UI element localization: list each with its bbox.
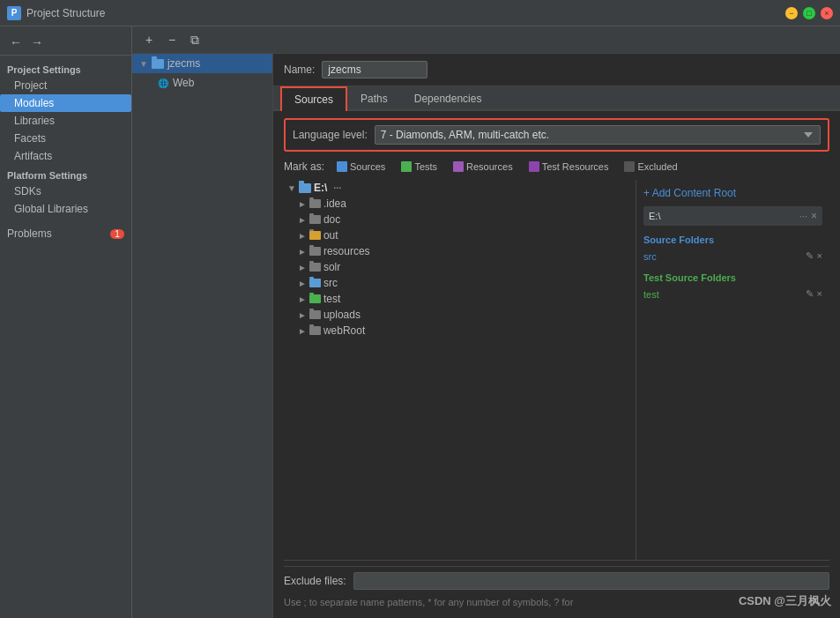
module-item-web[interactable]: 🌐 Web	[132, 73, 272, 93]
module-panel: ▼ jzecms 🌐 Web	[132, 54, 273, 618]
tab-paths[interactable]: Paths	[347, 86, 401, 111]
sidebar-item-project[interactable]: Project	[0, 77, 131, 94]
file-tree-area: ▼ E:\ ··· ► .idea	[284, 180, 829, 560]
src-folder-icon	[309, 279, 321, 287]
name-input[interactable]	[322, 61, 427, 78]
uploads-arrow-icon: ►	[298, 310, 307, 320]
mark-resources-button[interactable]: Resources	[450, 160, 517, 173]
tree-root-item[interactable]: ▼ E:\ ···	[284, 180, 636, 196]
add-module-button[interactable]: +	[139, 30, 159, 49]
root-path-blurred: ···	[333, 182, 341, 193]
idea-arrow-icon: ►	[298, 199, 307, 209]
nav-toolbar: ← →	[0, 30, 131, 56]
tree-arrow-icon: ▼	[139, 59, 148, 69]
tree-item-webroot[interactable]: ► webRoot	[284, 323, 636, 339]
test-folder-name: test	[323, 293, 340, 305]
test-folder-actions: ✎ ×	[806, 288, 822, 300]
resources-color-icon	[453, 161, 464, 172]
edit-test-folder-button[interactable]: ✎	[806, 288, 814, 300]
src-arrow-icon: ►	[298, 279, 307, 288]
webroot-arrow-icon: ►	[298, 326, 307, 336]
tab-sources[interactable]: Sources	[280, 86, 347, 111]
exclude-files-input[interactable]	[353, 572, 829, 590]
add-content-root-label: + Add Content Root	[643, 187, 736, 199]
sidebar-item-problems[interactable]: Problems 1	[0, 225, 131, 242]
solr-arrow-icon: ►	[298, 263, 307, 272]
uploads-folder-name: uploads	[323, 309, 361, 321]
tree-item-resources[interactable]: ► resources	[284, 243, 636, 259]
tree-item-idea[interactable]: ► .idea	[284, 196, 636, 212]
source-folder-entry: src ✎ ×	[643, 249, 822, 264]
close-button[interactable]: ×	[821, 7, 833, 19]
sidebar-item-facets[interactable]: Facets	[0, 130, 131, 147]
resources-folder-icon	[309, 247, 321, 256]
root-arrow-icon: ▼	[287, 183, 296, 193]
language-level-label: Language level:	[293, 129, 368, 141]
module-folder-icon	[152, 59, 164, 69]
copy-module-button[interactable]: ⧉	[185, 30, 204, 49]
sidebar-item-global-libraries[interactable]: Global Libraries	[0, 200, 131, 218]
mark-test-resources-button[interactable]: Test Resources	[525, 160, 613, 173]
root-path-suffix: ···	[799, 211, 807, 221]
module-name: jzecms	[167, 57, 200, 70]
language-level-row: Language level: 3 - JDK 1.3 5 - JDK 1.5 …	[284, 118, 829, 152]
test-arrow-icon: ►	[298, 294, 307, 304]
remove-root-button[interactable]: ×	[811, 210, 817, 222]
add-content-root-button[interactable]: + Add Content Root	[643, 187, 822, 199]
src-folder-name: src	[323, 277, 338, 289]
out-folder-icon	[309, 231, 321, 240]
tree-item-uploads[interactable]: ► uploads	[284, 307, 636, 323]
mark-as-label: Mark as:	[284, 160, 324, 173]
uploads-folder-icon	[309, 310, 321, 319]
sidebar-item-libraries[interactable]: Libraries	[0, 112, 131, 130]
sidebar-item-modules[interactable]: Modules	[0, 94, 131, 112]
module-toolbar: + − ⧉	[132, 26, 840, 54]
split-view: ▼ jzecms 🌐 Web Name: Sources	[132, 54, 840, 618]
module-item-jzecms[interactable]: ▼ jzecms	[132, 54, 272, 73]
excluded-color-icon	[624, 161, 635, 172]
resources-arrow-icon: ►	[298, 247, 307, 257]
sidebar-item-artifacts[interactable]: Artifacts	[0, 147, 131, 165]
back-button[interactable]: ←	[7, 34, 25, 51]
exclude-row: Exclude files:	[284, 566, 829, 595]
solr-folder-icon	[309, 263, 321, 272]
test-source-folders-title: Test Source Folders	[643, 272, 822, 283]
tests-color-icon	[401, 161, 412, 172]
minimize-button[interactable]: −	[785, 7, 798, 19]
solr-folder-name: solr	[323, 261, 340, 273]
web-icon: 🌐	[157, 77, 169, 89]
sidebar-item-sdks[interactable]: SDKs	[0, 182, 131, 200]
source-folders-title: Source Folders	[643, 235, 822, 245]
tree-item-doc[interactable]: ► doc	[284, 212, 636, 227]
problems-badge: 1	[110, 229, 124, 239]
forward-button[interactable]: →	[28, 34, 46, 51]
settings-panel: Name: Sources Paths Dependencies Languag…	[273, 54, 840, 618]
tree-item-solr[interactable]: ► solr	[284, 259, 636, 275]
tree-item-out[interactable]: ► out	[284, 227, 636, 243]
mark-tests-button[interactable]: Tests	[398, 160, 441, 173]
resources-folder-name: resources	[323, 245, 370, 257]
language-level-select[interactable]: 3 - JDK 1.3 5 - JDK 1.5 6 - JDK 1.6 7 - …	[375, 125, 821, 145]
content-root-path: E:\ ··· ×	[643, 206, 822, 226]
test-folder-entry: test ✎ ×	[643, 287, 822, 302]
webroot-folder-icon	[309, 326, 321, 335]
remove-source-folder-button[interactable]: ×	[817, 250, 822, 262]
source-folder-name: src	[643, 251, 806, 262]
mark-as-row: Mark as: Sources Tests Resources	[284, 160, 829, 173]
tab-dependencies[interactable]: Dependencies	[401, 86, 495, 111]
doc-folder-icon	[309, 215, 321, 224]
doc-arrow-icon: ►	[298, 215, 307, 225]
tree-item-test[interactable]: ► test	[284, 291, 636, 307]
test-folder-icon	[309, 294, 321, 303]
maximize-button[interactable]: □	[803, 7, 815, 19]
tree-item-src[interactable]: ► src	[284, 275, 636, 291]
remove-test-folder-button[interactable]: ×	[817, 288, 822, 300]
content-area: + − ⧉ ▼ jzecms 🌐 Web	[132, 26, 840, 618]
sidebar: ← → Project Settings Project Modules Lib…	[0, 26, 132, 618]
mark-sources-button[interactable]: Sources	[333, 160, 389, 173]
edit-source-folder-button[interactable]: ✎	[806, 250, 814, 262]
mark-excluded-button[interactable]: Excluded	[621, 160, 680, 173]
test-folder-name: test	[643, 289, 806, 300]
remove-module-button[interactable]: −	[162, 30, 182, 49]
root-path-text: E:\	[649, 211, 798, 221]
